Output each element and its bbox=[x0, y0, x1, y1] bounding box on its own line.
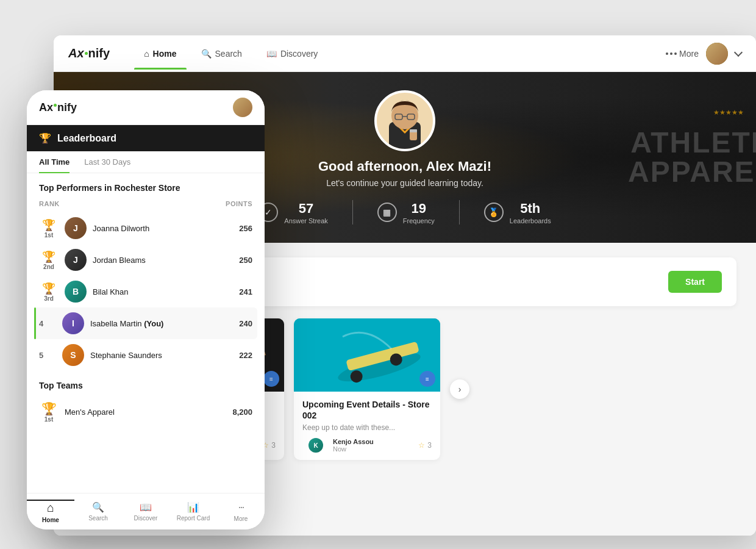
event-card-icon: ≡ bbox=[419, 371, 435, 387]
avatar-stephanie: S bbox=[62, 344, 84, 366]
bottom-nav-more[interactable]: ··· More bbox=[217, 501, 265, 522]
rank-num-5: 5 bbox=[39, 351, 56, 360]
rank-row-5: 5 S Stephanie Saunders 222 bbox=[39, 339, 252, 371]
card-author-event: K Kenjo Assou Now bbox=[302, 438, 374, 453]
hero-subtitle: Let's continue your guided learning toda… bbox=[326, 178, 483, 188]
start-button[interactable]: Start bbox=[668, 271, 722, 293]
bottom-nav-search[interactable]: 🔍 Search bbox=[74, 501, 122, 522]
avatar-joanna: J bbox=[65, 217, 87, 239]
card-footer-event: K Kenjo Assou Now ☆ 3 bbox=[302, 438, 432, 453]
leaderboard-title: Leaderboard bbox=[57, 133, 116, 144]
rank-name-3: Bilal Khan bbox=[93, 287, 239, 296]
tab-all-time[interactable]: All Time bbox=[39, 151, 70, 173]
more-nav-icon: ··· bbox=[238, 501, 243, 514]
avatar-bilal: B bbox=[65, 281, 87, 303]
nav-discovery[interactable]: 📖 Discovery bbox=[257, 44, 327, 63]
nav-search[interactable]: 🔍 Search bbox=[191, 44, 252, 63]
avatar-illustration bbox=[377, 93, 433, 149]
svg-rect-6 bbox=[410, 129, 417, 132]
hero-brand-text: ATHLETEAPPAREL bbox=[628, 128, 756, 187]
team-name-1: Men's Apparel bbox=[65, 407, 226, 417]
avatar-isabella: I bbox=[62, 312, 84, 334]
arrow-right-icon: › bbox=[458, 384, 462, 394]
desktop-logo: Axnify bbox=[68, 46, 110, 60]
discovery-icon: 📖 bbox=[266, 49, 277, 59]
team-row-1: 🏆 1st Men's Apparel 8,200 bbox=[39, 398, 252, 426]
hero-stat-leaderboards: 🏅 5th Leaderboards bbox=[484, 201, 551, 224]
event-illustration bbox=[294, 318, 440, 392]
next-card-arrow[interactable]: › bbox=[450, 379, 469, 399]
leaderboard-header: 🏆 Leaderboard bbox=[27, 125, 265, 151]
home-nav-icon: ⌂ bbox=[47, 501, 54, 515]
rank-points-5: 222 bbox=[239, 351, 252, 360]
trophy-col-3: 🏆 3rd bbox=[39, 282, 59, 302]
nav-right: More bbox=[666, 43, 741, 65]
mobile-user-avatar[interactable] bbox=[233, 98, 252, 117]
mobile-tabs: All Time Last 30 Days bbox=[27, 151, 265, 173]
leaderboard-trophy-icon: 🏆 bbox=[39, 132, 51, 144]
avatar-jordan: J bbox=[65, 249, 87, 271]
team-trophy-icon: 🏆 bbox=[41, 401, 57, 416]
card-body-event: Upcoming Event Details - Store 002 Keep … bbox=[294, 392, 440, 460]
rank-name-2: Jordan Bleams bbox=[93, 256, 239, 265]
leaderboard-content: Top Performers in Rochester Store RANK P… bbox=[27, 173, 265, 492]
card-desc-event: Keep up to date with these... bbox=[302, 423, 432, 432]
mobile-bottom-nav: ⌂ Home 🔍 Search 📖 Discover 📊 Report Card… bbox=[27, 493, 265, 529]
hero-stat-streak: ✓ 57 Answer Streak bbox=[259, 201, 328, 224]
frequency-icon: ▦ bbox=[377, 203, 397, 222]
gym-card-icon: ≡ bbox=[263, 371, 279, 387]
nav-home[interactable]: ⌂ Home bbox=[134, 44, 186, 63]
rank-row-3: 🏆 3rd B Bilal Khan 241 bbox=[39, 276, 252, 307]
top-teams-section: Top Teams 🏆 1st Men's Apparel 8,200 bbox=[39, 381, 252, 426]
tab-last-30-days[interactable]: Last 30 Days bbox=[84, 151, 130, 173]
mobile-app: Axnify 🏆 Leaderboard All Time Last 30 Da… bbox=[27, 90, 265, 529]
content-card-event[interactable]: ≡ Upcoming Event Details - Store 002 Kee… bbox=[294, 318, 440, 460]
top-teams-title: Top Teams bbox=[39, 381, 252, 390]
more-button[interactable]: More bbox=[666, 49, 699, 59]
rank-name-5: Stephanie Saunders bbox=[90, 351, 239, 360]
rank-name-4: Isabella Martin (You) bbox=[90, 319, 239, 328]
star-icon-event: ☆ bbox=[418, 441, 425, 450]
more-dots-icon bbox=[666, 52, 677, 55]
card-title-event: Upcoming Event Details - Store 002 bbox=[302, 399, 432, 421]
desktop-nav: Axnify ⌂ Home 🔍 Search 📖 Discovery More bbox=[54, 35, 756, 72]
hero-avatar bbox=[374, 90, 435, 151]
rank-name-1: Joanna Dilworth bbox=[93, 224, 239, 233]
rank-row-2: 🏆 2nd J Jordan Bleams 250 bbox=[39, 244, 252, 276]
nav-items: ⌂ Home 🔍 Search 📖 Discovery bbox=[134, 44, 666, 63]
trophy-gold-icon: 🏆 bbox=[42, 218, 55, 232]
card-image-event: ≡ bbox=[294, 318, 440, 392]
trophy-silver-icon: 🏆 bbox=[42, 250, 55, 264]
discover-nav-icon: 📖 bbox=[140, 501, 152, 513]
rank-points-2: 250 bbox=[239, 256, 252, 265]
user-avatar[interactable] bbox=[706, 43, 728, 65]
rank-row-4: 4 I Isabella Martin (You) 240 bbox=[34, 307, 257, 339]
card-star-event: ☆ 3 bbox=[418, 441, 432, 450]
hero-stats: ✓ 57 Answer Streak ▦ 19 Frequency 🏅 5th bbox=[259, 200, 551, 224]
chevron-down-icon[interactable] bbox=[734, 48, 743, 56]
mobile-nav: Axnify bbox=[27, 90, 265, 125]
trophy-col-2: 🏆 2nd bbox=[39, 250, 59, 270]
rank-points-3: 241 bbox=[239, 287, 252, 296]
rank-header: RANK POINTS bbox=[39, 200, 252, 207]
section-title: Top Performers in Rochester Store bbox=[39, 183, 252, 193]
mobile-logo-dot bbox=[54, 104, 57, 107]
trophy-bronze-icon: 🏆 bbox=[42, 282, 55, 295]
stat-divider-2 bbox=[459, 200, 460, 224]
stat-divider-1 bbox=[352, 200, 353, 224]
search-nav-icon: 🔍 bbox=[92, 501, 104, 513]
bottom-nav-home[interactable]: ⌂ Home bbox=[27, 500, 74, 523]
report-nav-icon: 📊 bbox=[187, 501, 199, 513]
home-icon: ⌂ bbox=[144, 49, 149, 59]
bottom-nav-discover[interactable]: 📖 Discover bbox=[122, 501, 169, 522]
star-decorations: ★★★★★ bbox=[713, 109, 744, 117]
bottom-nav-report[interactable]: 📊 Report Card bbox=[169, 501, 217, 522]
hero-stat-frequency: ▦ 19 Frequency bbox=[377, 201, 435, 224]
leaderboard-icon: 🏅 bbox=[484, 203, 504, 222]
rank-points-4: 240 bbox=[239, 319, 252, 328]
team-trophy-col: 🏆 1st bbox=[39, 401, 59, 423]
mobile-logo: Axnify bbox=[39, 101, 77, 114]
trophy-col-1: 🏆 1st bbox=[39, 218, 59, 239]
hero-greeting: Good afternoon, Alex Mazi! bbox=[318, 159, 491, 174]
rank-num-4: 4 bbox=[39, 319, 56, 328]
